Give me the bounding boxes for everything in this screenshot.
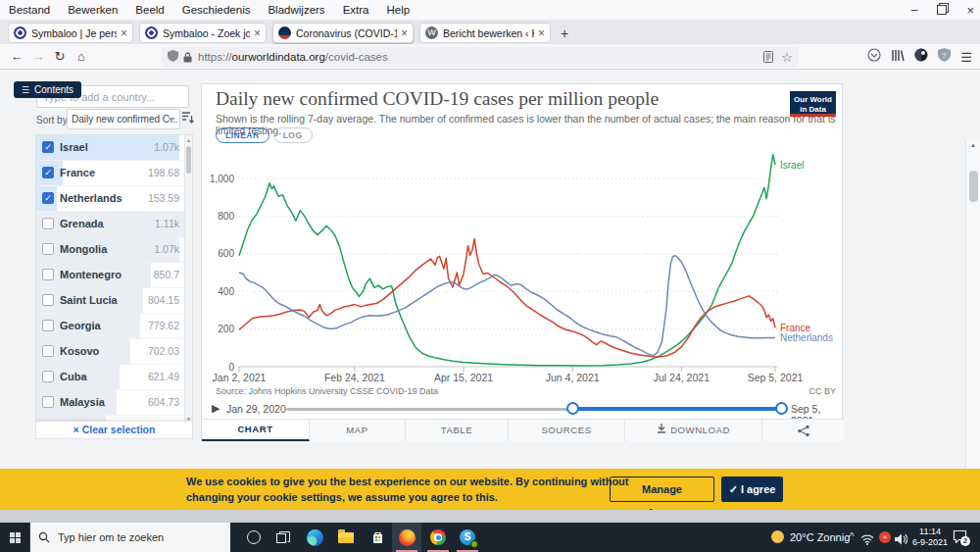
- weather-text[interactable]: 20°C Zonnig: [790, 523, 850, 552]
- menu-bewerken[interactable]: Bewerken: [59, 0, 126, 20]
- country-checkbox[interactable]: [42, 396, 54, 408]
- extension-globe-icon[interactable]: [914, 48, 928, 66]
- tab-close-button[interactable]: ×: [121, 26, 127, 40]
- action-center-icon[interactable]: 2: [953, 529, 967, 547]
- country-row-mongolia[interactable]: Mongolia1.07k: [36, 237, 185, 263]
- country-checkbox[interactable]: [42, 320, 54, 331]
- sort-select[interactable]: Daily new confirmed C...: [67, 109, 180, 129]
- weather-sun-icon[interactable]: [771, 530, 784, 543]
- country-checkbox[interactable]: [42, 243, 54, 255]
- series-line-france[interactable]: [239, 238, 775, 357]
- url-bar[interactable]: https://ourworldindata.org/covid-cases ☆: [162, 47, 799, 67]
- figure-tab-map[interactable]: MAP: [310, 420, 406, 441]
- owid-logo[interactable]: Our Worldin Data: [790, 91, 836, 117]
- new-tab-button[interactable]: +: [561, 23, 568, 44]
- browser-tab[interactable]: Symbaloo - Zoek jouw favoriete×: [139, 23, 267, 43]
- country-row-saint-lucia[interactable]: Saint Lucia804.15: [36, 288, 185, 314]
- browser-tab[interactable]: Symbaloo | Je persoonlijke Start×: [8, 23, 133, 43]
- minimize-button[interactable]: –: [911, 3, 918, 17]
- country-checkbox[interactable]: [42, 269, 54, 280]
- series-line-israel[interactable]: [239, 154, 775, 366]
- reader-mode-icon[interactable]: [763, 51, 773, 63]
- forward-button[interactable]: →: [27, 49, 49, 64]
- country-row-georgia[interactable]: Georgia779.62: [36, 314, 185, 339]
- cortana-icon[interactable]: [239, 523, 269, 552]
- country-checkbox[interactable]: [42, 371, 54, 382]
- country-checkbox[interactable]: ✓: [42, 167, 54, 178]
- license-text[interactable]: CC BY: [808, 386, 836, 396]
- menu-help[interactable]: Help: [377, 0, 418, 20]
- agree-button[interactable]: ✓ I agree: [721, 477, 783, 502]
- timeline-track[interactable]: [286, 408, 572, 411]
- country-row-montenegro[interactable]: Montenegro850.7: [36, 263, 185, 288]
- tab-close-button[interactable]: ×: [254, 26, 261, 40]
- country-checkbox[interactable]: ✓: [42, 192, 54, 204]
- country-row-israel[interactable]: ✓Israel1.07k: [36, 135, 185, 161]
- taskbar-search[interactable]: Typ hier om te zoeken: [29, 523, 230, 552]
- home-button[interactable]: ⌂: [71, 49, 92, 64]
- wifi-icon[interactable]: [860, 531, 874, 549]
- manage-preferences-button[interactable]: Manage preferences: [610, 477, 714, 502]
- restore-button[interactable]: [937, 5, 947, 15]
- timeline-handle-end[interactable]: [775, 402, 788, 415]
- library-icon[interactable]: [891, 48, 905, 66]
- log-scale-button[interactable]: LOG: [273, 127, 313, 143]
- tab-close-button[interactable]: ×: [401, 26, 408, 40]
- share-button[interactable]: [762, 420, 844, 441]
- menu-geschiedenis[interactable]: Geschiedenis: [173, 0, 260, 20]
- scroll-up-icon[interactable]: ▲: [966, 142, 980, 148]
- series-label-netherlands[interactable]: Netherlands: [780, 332, 833, 343]
- chrome-icon[interactable]: [423, 523, 453, 552]
- onedrive-error-icon[interactable]: ×: [879, 531, 891, 543]
- series-label-israel[interactable]: Israel: [780, 160, 804, 171]
- scrollbar-thumb[interactable]: [186, 146, 191, 174]
- edge-icon[interactable]: [300, 523, 329, 552]
- country-checkbox[interactable]: ✓: [42, 141, 54, 153]
- browser-tab[interactable]: Coronavirus (COVID-19) Cases -×: [272, 23, 414, 43]
- figure-tab-download[interactable]: DOWNLOAD: [625, 420, 762, 441]
- microsoft-store-icon[interactable]: [363, 523, 392, 552]
- sort-order-button[interactable]: [182, 111, 194, 128]
- timeline-selected-range[interactable]: [572, 407, 782, 411]
- browser-tab[interactable]: WBericht bewerken ‹ KnutzEls —×: [419, 23, 551, 43]
- scroll-up-icon[interactable]: ▲: [185, 137, 192, 143]
- source-text[interactable]: Source: Johns Hopkins University CSSE CO…: [216, 386, 438, 396]
- app-menu-icon[interactable]: ☰: [960, 50, 972, 65]
- linear-scale-button[interactable]: LINEAR: [216, 127, 270, 143]
- country-checkbox[interactable]: [42, 218, 54, 229]
- country-row-netherlands[interactable]: ✓Netherlands153.59: [36, 186, 185, 212]
- country-row-grenada[interactable]: Grenada1.11k: [36, 212, 185, 237]
- country-row-kosovo[interactable]: Kosovo702.03: [36, 339, 185, 365]
- contents-button[interactable]: ☰ Contents: [14, 81, 81, 98]
- file-explorer-icon[interactable]: [331, 523, 361, 552]
- start-button[interactable]: [0, 523, 29, 552]
- country-checkbox[interactable]: [42, 294, 54, 306]
- scrollbar-thumb[interactable]: [969, 171, 978, 202]
- extension-shield-icon[interactable]: ?: [938, 48, 951, 66]
- timeline-handle-start[interactable]: [566, 402, 579, 415]
- menu-bladwijzers[interactable]: Bladwijzers: [259, 0, 333, 20]
- skype-icon[interactable]: S: [453, 523, 482, 552]
- bookmark-star-icon[interactable]: ☆: [781, 50, 793, 65]
- reload-button[interactable]: ↻: [49, 49, 71, 64]
- close-window-button[interactable]: ×: [966, 3, 974, 18]
- shield-icon[interactable]: [168, 48, 178, 66]
- tab-close-button[interactable]: ×: [538, 26, 545, 40]
- menu-bestand[interactable]: Bestand: [0, 0, 59, 20]
- play-button[interactable]: ▶: [212, 402, 220, 415]
- menu-beeld[interactable]: Beeld: [126, 0, 172, 20]
- task-view-icon[interactable]: [269, 523, 298, 552]
- menu-extra[interactable]: Extra: [334, 0, 378, 20]
- country-row-malaysia[interactable]: Malaysia604.73: [36, 390, 185, 416]
- volume-icon[interactable]: [895, 531, 907, 549]
- country-checkbox[interactable]: [42, 345, 54, 357]
- country-row-france[interactable]: ✓France198.68: [36, 161, 185, 186]
- back-button[interactable]: ←: [6, 49, 27, 64]
- firefox-icon[interactable]: [392, 523, 421, 552]
- clear-selection-button[interactable]: × Clear selection: [36, 422, 192, 438]
- tray-expand-icon[interactable]: ^: [845, 523, 858, 552]
- taskbar-clock[interactable]: 11:146-9-2021: [909, 527, 951, 548]
- figure-tab-table[interactable]: TABLE: [406, 420, 509, 441]
- figure-tab-sources[interactable]: SOURCES: [509, 420, 625, 441]
- country-list-scrollbar[interactable]: ▲ ▼: [184, 135, 192, 424]
